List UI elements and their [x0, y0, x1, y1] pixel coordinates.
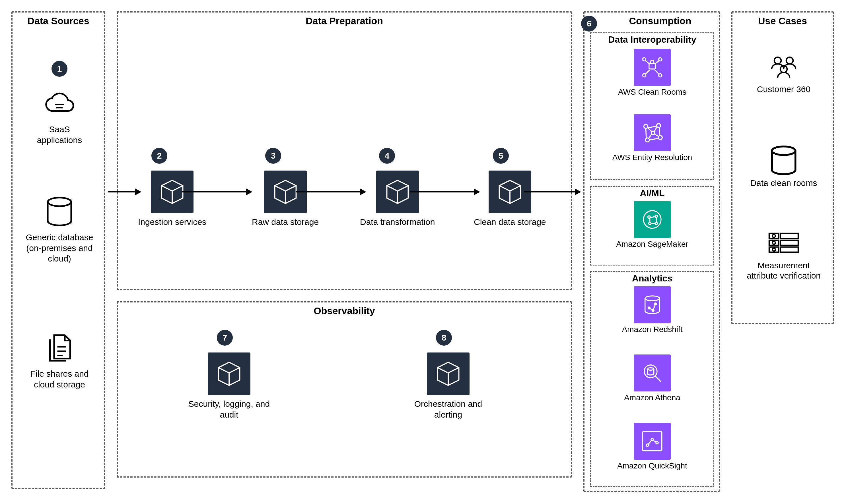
- svg-point-8: [658, 136, 662, 140]
- label-c360: Customer 360: [757, 84, 810, 94]
- sagemaker-icon: [634, 201, 671, 238]
- label-transform: Data transformation: [360, 217, 435, 228]
- arrow-head-icon: [474, 188, 480, 195]
- node-saas-applications: SaaS applications: [31, 86, 88, 145]
- svg-point-0: [48, 198, 71, 206]
- svg-point-16: [645, 296, 660, 301]
- svg-point-20: [644, 365, 657, 378]
- label-ingest: Ingestion services: [138, 217, 206, 228]
- label-orch: Orchestration and alerting: [403, 398, 494, 420]
- label-saas: SaaS applications: [31, 124, 88, 145]
- people-icon: [767, 52, 801, 81]
- svg-rect-35: [780, 247, 798, 252]
- badge-6: 6: [581, 16, 597, 32]
- svg-point-15: [655, 222, 657, 224]
- arrow: [524, 191, 578, 193]
- svg-point-29: [772, 146, 796, 155]
- arrow-head-icon: [360, 188, 366, 195]
- node-clean-data-storage: Clean data storage: [474, 170, 546, 228]
- svg-point-26: [774, 57, 781, 64]
- group-data-sources: Data Sources 1 SaaS applications Generic…: [11, 11, 105, 489]
- label-db: Generic database (on-premises and cloud): [22, 232, 97, 264]
- label-clean-rooms: AWS Clean Rooms: [618, 88, 686, 97]
- quicksight-icon: [634, 423, 671, 460]
- label-athena: Amazon Athena: [624, 393, 680, 402]
- svg-point-5: [659, 74, 662, 77]
- label-files: File shares and cloud storage: [22, 368, 97, 390]
- svg-rect-31: [780, 233, 798, 238]
- node-measurement-attribute-verification: Measurement attribute verification: [744, 229, 824, 281]
- sub-group-title-interop: Data Interoperability: [591, 34, 713, 45]
- athena-icon: [634, 355, 671, 392]
- entity-resolution-icon: [634, 114, 671, 151]
- grid-check-icon: [767, 229, 801, 257]
- svg-point-4: [643, 74, 646, 77]
- badge-7: 7: [217, 330, 233, 346]
- service-amazon-quicksight: Amazon QuickSight: [591, 423, 713, 470]
- group-title-data-prep: Data Preparation: [118, 15, 571, 26]
- architecture-diagram: Data Sources 1 SaaS applications Generic…: [11, 11, 837, 493]
- node-file-shares: File shares and cloud storage: [22, 331, 97, 390]
- svg-point-21: [647, 368, 654, 370]
- label-redshift: Amazon Redshift: [622, 325, 682, 334]
- service-amazon-sagemaker: Amazon SageMaker: [591, 201, 713, 249]
- label-mav: Measurement attribute verification: [744, 260, 824, 281]
- sub-group-title-aiml: AI/ML: [591, 188, 713, 198]
- documents-icon: [42, 331, 76, 365]
- badge-2: 2: [151, 148, 167, 164]
- svg-point-38: [772, 248, 776, 251]
- svg-point-11: [643, 211, 661, 228]
- svg-point-6: [644, 124, 648, 128]
- node-customer-360: Customer 360: [744, 52, 824, 94]
- label-sec: Security, logging, and audit: [184, 398, 275, 420]
- badge-8: 8: [436, 330, 452, 346]
- arrow: [410, 191, 477, 193]
- node-generic-database: Generic database (on-premises and cloud): [22, 195, 97, 264]
- cloud-icon: [42, 86, 76, 121]
- svg-point-2: [643, 58, 646, 61]
- svg-point-9: [645, 138, 650, 142]
- arrow: [108, 191, 138, 193]
- group-title-consumption: Consumption: [602, 15, 719, 26]
- service-aws-entity-resolution: AWS Entity Resolution: [591, 114, 713, 162]
- svg-point-37: [772, 241, 776, 245]
- arrow-head-icon: [575, 188, 581, 195]
- database-icon: [42, 195, 76, 229]
- group-use-cases: Use Cases Customer 360 Data clean rooms: [731, 11, 834, 324]
- arrow-head-icon: [246, 188, 253, 195]
- sub-group-title-analytics: Analytics: [591, 273, 713, 284]
- node-raw-data-storage: Raw data storage: [252, 170, 319, 228]
- svg-point-10: [651, 131, 655, 134]
- badge-1: 1: [52, 61, 67, 77]
- sub-group-interoperability: Data Interoperability AWS Clean Rooms: [590, 32, 714, 180]
- node-orchestration-alerting: Orchestration and alerting: [397, 353, 499, 420]
- redshift-icon: [634, 286, 671, 323]
- sub-group-analytics: Analytics Amazon Redshift: [590, 271, 714, 487]
- svg-point-3: [659, 58, 662, 61]
- svg-point-14: [648, 222, 651, 224]
- group-title-observability: Observability: [118, 305, 571, 317]
- node-data-clean-rooms: Data clean rooms: [744, 146, 824, 188]
- node-ingestion-services: Ingestion services: [138, 170, 206, 228]
- svg-point-13: [655, 215, 657, 217]
- cube-icon: [208, 353, 250, 395]
- sub-group-aiml: AI/ML Amazon SageMaker: [590, 186, 714, 266]
- label-quicksight: Amazon QuickSight: [617, 461, 687, 470]
- service-amazon-redshift: Amazon Redshift: [591, 286, 713, 334]
- group-consumption: Consumption Data Interoperability AWS Cl…: [583, 11, 720, 492]
- node-data-transformation: Data transformation: [360, 170, 435, 228]
- node-security-logging-audit: Security, logging, and audit: [178, 353, 280, 420]
- service-aws-clean-rooms: AWS Clean Rooms: [591, 49, 713, 97]
- arrow: [296, 191, 363, 193]
- clean-rooms-icon: [634, 49, 671, 86]
- group-title-data-sources: Data Sources: [13, 15, 104, 26]
- svg-rect-33: [780, 240, 798, 245]
- label-sagemaker: Amazon SageMaker: [616, 240, 688, 249]
- svg-rect-1: [649, 64, 656, 69]
- cylinder-icon: [767, 146, 801, 175]
- label-entity-res: AWS Entity Resolution: [612, 153, 692, 162]
- label-dcr: Data clean rooms: [750, 178, 817, 188]
- svg-point-12: [648, 216, 650, 218]
- service-amazon-athena: Amazon Athena: [591, 355, 713, 402]
- badge-5: 5: [493, 148, 509, 164]
